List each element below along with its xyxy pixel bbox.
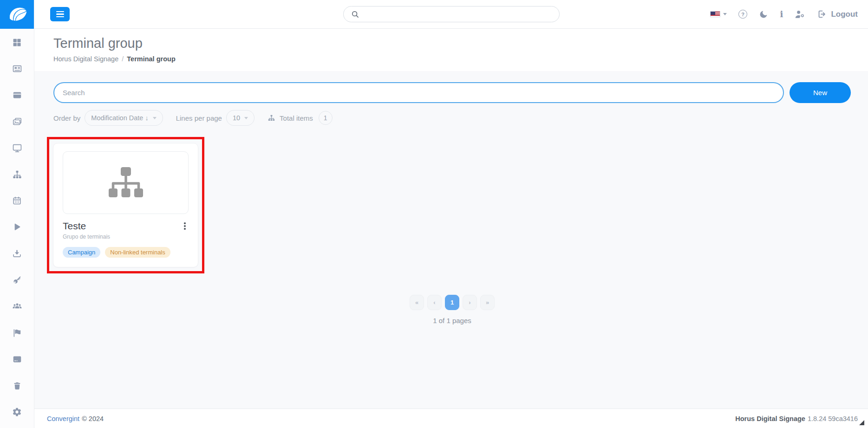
card-icon	[12, 354, 22, 364]
pagination-buttons: « ‹ 1 › »	[410, 295, 495, 310]
topbar-actions: ? i Logout	[710, 9, 858, 19]
users-icon	[12, 301, 22, 311]
sidebar-item-flags[interactable]	[7, 325, 27, 340]
filters-row: Order by Modification Date ↓ Lines per p…	[53, 110, 851, 126]
sidebar-item-player[interactable]	[7, 220, 27, 234]
key-icon	[12, 275, 22, 285]
sidebar-nav	[0, 29, 34, 428]
non-linked-terminals-badge: Non-linked terminals	[105, 247, 170, 258]
page-1-button[interactable]: 1	[445, 295, 459, 310]
order-by-label: Order by	[53, 114, 80, 122]
first-page-button[interactable]: «	[410, 295, 424, 310]
card-subtitle: Grupo de terminais	[63, 233, 189, 240]
campaign-badge: Campaign	[63, 247, 100, 258]
sidebar-item-users[interactable]	[7, 299, 27, 314]
next-page-button[interactable]: ›	[463, 295, 477, 310]
falcon-logo-icon	[7, 5, 28, 24]
search-input[interactable]	[53, 82, 784, 103]
lines-per-page-value: 10	[233, 114, 240, 122]
cards-grid: Teste Grupo de terminais Campaign Non-li…	[53, 137, 851, 273]
info-icon: i	[780, 10, 783, 19]
card-thumbnail	[63, 151, 189, 214]
product-version: 1.8.24 59ca3416	[808, 415, 858, 422]
sidebar-item-terminal-group[interactable]	[7, 167, 27, 182]
sidebar-item-news[interactable]	[7, 61, 27, 76]
terminal-group-mini-icon	[268, 114, 275, 122]
breadcrumb-separator: /	[122, 55, 124, 63]
moon-icon	[759, 10, 768, 19]
terminal-group-card[interactable]: Teste Grupo de terminais Campaign Non-li…	[53, 143, 198, 267]
lines-per-page-dropdown[interactable]: 10	[226, 110, 255, 126]
help-button[interactable]: ?	[738, 10, 747, 19]
product-name: Horus Digital Signage	[735, 415, 805, 422]
menu-toggle-button[interactable]	[50, 7, 70, 21]
page-title: Terminal group	[53, 36, 868, 51]
trash-icon	[13, 381, 22, 390]
breadcrumb-current: Terminal group	[127, 55, 175, 63]
card-title: Teste	[63, 220, 86, 232]
app-window: ? i Logout Terminal group Horus Digital …	[0, 0, 868, 428]
pagination: « ‹ 1 › » 1 of 1 pages	[53, 295, 851, 324]
topbar-search	[343, 6, 560, 22]
info-button[interactable]: i	[780, 10, 783, 19]
footer: Convergint© 2024 Horus Digital Signage1.…	[34, 409, 868, 428]
dark-mode-button[interactable]	[759, 10, 768, 19]
sidebar-item-downloads[interactable]	[7, 246, 27, 261]
sidebar-item-trash[interactable]	[7, 378, 27, 393]
play-icon	[12, 222, 22, 232]
breadcrumb: Horus Digital Signage / Terminal group	[53, 55, 868, 63]
user-settings-icon	[795, 9, 805, 19]
terminal-group-icon	[105, 167, 147, 199]
content-area: New Order by Modification Date ↓ Lines p…	[34, 71, 868, 409]
language-selector[interactable]	[710, 11, 727, 17]
topbar: ? i Logout	[34, 0, 868, 29]
logout-icon	[817, 9, 827, 19]
convergint-link[interactable]: Convergint	[47, 415, 79, 422]
page-summary: 1 of 1 pages	[433, 317, 471, 324]
order-by-dropdown[interactable]: Modification Date ↓	[85, 110, 163, 126]
total-items-label: Total items	[280, 114, 313, 122]
sidebar-item-cards[interactable]	[7, 352, 27, 367]
card-title-row: Teste	[63, 220, 189, 232]
sidebar-item-settings[interactable]	[7, 405, 27, 420]
app-logo	[0, 0, 34, 29]
topbar-search-input[interactable]	[364, 10, 552, 18]
monitor-icon	[12, 143, 22, 153]
flag-icon	[12, 328, 22, 338]
sidebar-item-panel[interactable]	[7, 88, 27, 103]
download-icon	[12, 249, 22, 259]
sidebar-item-keys[interactable]	[7, 272, 27, 287]
lines-per-page-label: Lines per page	[176, 114, 222, 122]
us-flag-icon	[710, 11, 720, 17]
resize-handle-icon	[859, 420, 864, 425]
last-page-button[interactable]: »	[480, 295, 495, 310]
search-icon	[351, 10, 359, 19]
caret-down-icon	[244, 117, 248, 119]
sidebar-item-calendar[interactable]	[7, 194, 27, 208]
sidebar-item-terminals[interactable]	[7, 141, 27, 156]
caret-down-icon	[723, 13, 727, 15]
sidebar-item-dashboard[interactable]	[7, 35, 27, 50]
copyright-text: © 2024	[82, 415, 104, 422]
caret-down-icon	[153, 117, 157, 119]
main-column: ? i Logout Terminal group Horus Digital …	[34, 0, 868, 428]
sidebar	[0, 0, 34, 428]
new-button[interactable]: New	[790, 82, 851, 103]
total-items-count: 1	[319, 111, 333, 125]
sidebar-item-media[interactable]	[7, 114, 27, 129]
breadcrumb-home-link[interactable]: Horus Digital Signage	[53, 55, 118, 63]
terminal-group-icon	[12, 169, 22, 180]
settings-icon	[12, 407, 22, 417]
prev-page-button[interactable]: ‹	[427, 295, 442, 310]
calendar-icon	[12, 196, 22, 206]
logout-button[interactable]: Logout	[817, 9, 858, 19]
red-annotation-box: Teste Grupo de terminais Campaign Non-li…	[47, 137, 204, 273]
news-icon	[12, 64, 22, 74]
user-settings-button[interactable]	[795, 9, 805, 19]
media-icon	[12, 117, 22, 127]
page-header: Terminal group Horus Digital Signage / T…	[34, 29, 868, 71]
list-toolbar: New	[53, 82, 851, 103]
order-by-value: Modification Date ↓	[91, 114, 148, 122]
card-menu-button[interactable]	[181, 221, 189, 231]
dashboard-icon	[12, 38, 22, 47]
